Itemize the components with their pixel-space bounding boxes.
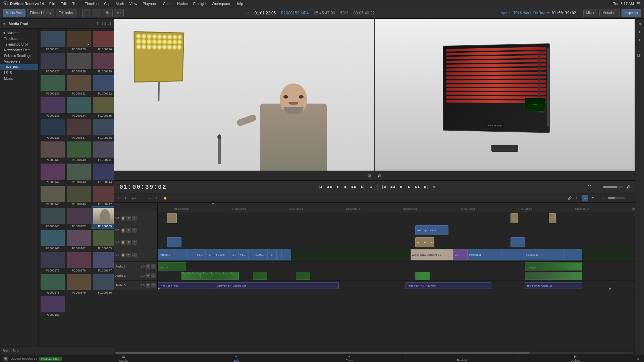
- track-a1-s[interactable]: S: [151, 264, 156, 269]
- clip-v1-bg[interactable]: White_Gray Gordient BG: [411, 249, 453, 260]
- tab-color[interactable]: ● Color: [293, 354, 406, 362]
- thumb-P1000147[interactable]: P1000147: [92, 185, 114, 206]
- subtitle-4[interactable]: Tail_Fooled Again V2: [525, 282, 582, 289]
- track-v3-eye[interactable]: 👁: [126, 228, 131, 233]
- thumb-P1000133[interactable]: P1000133: [40, 97, 65, 118]
- thumb-P1000128[interactable]: P1000128: [66, 52, 92, 74]
- menu-color[interactable]: Color: [163, 2, 172, 6]
- menu-edit[interactable]: Edit: [60, 2, 67, 6]
- thumb-P1000141[interactable]: P1000141: [92, 141, 114, 162]
- effects-library-button[interactable]: Effects Library: [27, 9, 54, 17]
- thumb-P1000180[interactable]: P1000180: [92, 274, 114, 295]
- clip-v4-1[interactable]: [167, 213, 176, 223]
- view-list-button[interactable]: ☰: [82, 9, 91, 17]
- thumb-P1000146[interactable]: P1000146: [66, 185, 92, 206]
- right-btn-3[interactable]: ▼: [636, 36, 643, 43]
- menu-file[interactable]: File: [49, 2, 55, 6]
- transport-to-start-right[interactable]: |◀: [380, 183, 388, 191]
- tab-fairlight[interactable]: ♫ Fairlight: [406, 354, 519, 362]
- menu-trim[interactable]: Trim: [72, 2, 79, 6]
- sidebar-item-timelines[interactable]: Timelines: [0, 36, 38, 42]
- transport-stop-left[interactable]: ■: [334, 183, 341, 191]
- clip-v1-p1000141[interactable]: P1000141: [468, 249, 501, 260]
- thumb-P1000162[interactable]: ♪ P1000162: [66, 229, 92, 251]
- track-v3-audio[interactable]: S: [132, 228, 137, 233]
- menu-timeline[interactable]: Timeline: [85, 2, 99, 6]
- fullscreen-btn[interactable]: ⛶: [586, 183, 593, 191]
- clip-v1-10[interactable]: P1...: [267, 249, 277, 260]
- thumb-P1000177[interactable]: P1000177: [92, 251, 114, 273]
- thumb-P1000159[interactable]: P1000159: [92, 207, 114, 229]
- track-v2-audio[interactable]: S: [132, 240, 137, 245]
- track-a2-s[interactable]: S: [151, 274, 156, 278]
- tl-tool-slip[interactable]: ⇔: [146, 195, 153, 201]
- track-a3-s[interactable]: S: [151, 283, 156, 288]
- menu-nodes[interactable]: Nodes: [177, 2, 188, 6]
- audio-a2-7[interactable]: [415, 272, 430, 280]
- clip-v1-9[interactable]: P1000...: [253, 249, 267, 260]
- audio-settings-btn[interactable]: 🔊: [625, 183, 632, 191]
- thumb-P1000132[interactable]: P1000132: [92, 74, 114, 96]
- track-v1-audio[interactable]: S: [132, 253, 137, 257]
- track-v1-lock[interactable]: 🔒: [121, 253, 125, 257]
- clip-v1-7[interactable]: P1...: [239, 249, 248, 260]
- thumb-P1000131[interactable]: P1000131: [66, 74, 92, 96]
- clip-v1-4[interactable]: P1...: [205, 249, 215, 260]
- menu-help[interactable]: Help: [235, 2, 243, 6]
- search-button[interactable]: 🔍: [103, 9, 113, 17]
- thumb-P1000144[interactable]: P1000144: [92, 163, 114, 184]
- transport-prev-left[interactable]: ◀◀: [325, 183, 333, 191]
- thumb-P1000139[interactable]: P1000139: [40, 141, 65, 162]
- tl-tool-blade[interactable]: ⌁: [139, 195, 145, 201]
- menu-clip[interactable]: Clip: [104, 2, 110, 6]
- right-btn-1[interactable]: ◀: [636, 20, 643, 27]
- view-grid-button[interactable]: ⊞: [93, 9, 101, 17]
- inspector-button[interactable]: Inspector: [622, 9, 641, 17]
- transport-play-left[interactable]: ▶: [342, 183, 350, 191]
- clip-v2-1[interactable]: [167, 237, 181, 247]
- zoom-in-btn[interactable]: +: [594, 183, 602, 191]
- tl-tool-hand[interactable]: ✋: [162, 195, 168, 201]
- thumb-P1000125[interactable]: ▶ P1000125: [66, 30, 92, 52]
- subtitle-1[interactable]: Tri-8 Open_fool...: [158, 282, 215, 289]
- clip-v1-end1[interactable]: [501, 249, 525, 260]
- track-v4-audio[interactable]: S: [132, 216, 137, 221]
- track-v4-eye[interactable]: 👁: [126, 216, 131, 221]
- tl-tool-warp[interactable]: ⟜: [154, 195, 161, 201]
- sidebar-item-telemundo[interactable]: Telemundo Broll: [0, 42, 38, 47]
- clip-v1-12[interactable]: [282, 249, 291, 260]
- clip-v1-5[interactable]: P1000...: [215, 249, 229, 260]
- scrollbar-track[interactable]: [115, 352, 633, 354]
- thumb-P1000126[interactable]: P1000126: [92, 30, 114, 52]
- sidebar-item-newshooter[interactable]: Newshooter Elements: [0, 47, 38, 53]
- transport-loop-right[interactable]: ↺: [431, 183, 438, 191]
- audio-a2-6[interactable]: [296, 272, 310, 280]
- audio-a2-8[interactable]: [525, 272, 582, 280]
- clip-v1-11[interactable]: [277, 249, 282, 260]
- thumb-P1000148[interactable]: P1000148: [40, 207, 65, 229]
- thumb-P1000143[interactable]: P1000143: [66, 163, 92, 184]
- clip-v4-3[interactable]: [549, 213, 556, 223]
- thumb-P1000179[interactable]: P1000179: [66, 274, 92, 295]
- menu-workspace[interactable]: Workspace: [212, 2, 230, 6]
- tl-tool-select[interactable]: ↖: [115, 195, 122, 201]
- tl-tool-audio-mode[interactable]: A: [582, 195, 588, 201]
- track-v1-eye[interactable]: 👁: [126, 253, 131, 257]
- tab-deliver[interactable]: ▶ Deliver: [519, 354, 632, 362]
- thumb-P1000160[interactable]: ♪ P1000160: [40, 229, 65, 251]
- sidebar-item-voiceovers[interactable]: Voiceovers: [0, 59, 38, 64]
- home-btn[interactable]: ⌂: [635, 355, 641, 362]
- sidebar-item-sekonic[interactable]: Sekonic Readings: [0, 53, 38, 59]
- thumb-P1000124[interactable]: P1000124: [40, 30, 65, 52]
- mixer-button[interactable]: Mixer: [583, 9, 597, 17]
- tree-master-header[interactable]: ▼ Master: [0, 30, 38, 36]
- thumb-P1000140[interactable]: P1000140: [66, 141, 92, 162]
- transport-play-right[interactable]: ▶: [406, 183, 413, 191]
- clip-v1-p1000159[interactable]: P1000159: [525, 249, 563, 260]
- clip-v1-8[interactable]: [248, 249, 253, 260]
- thumb-P1000129[interactable]: P1000129: [92, 52, 114, 74]
- tab-edit[interactable]: ✂ Edit: [180, 354, 293, 362]
- transport-to-start-left[interactable]: |◀: [317, 183, 324, 191]
- scrollbar-thumb[interactable]: [115, 352, 530, 354]
- track-a2-m[interactable]: M: [146, 274, 150, 278]
